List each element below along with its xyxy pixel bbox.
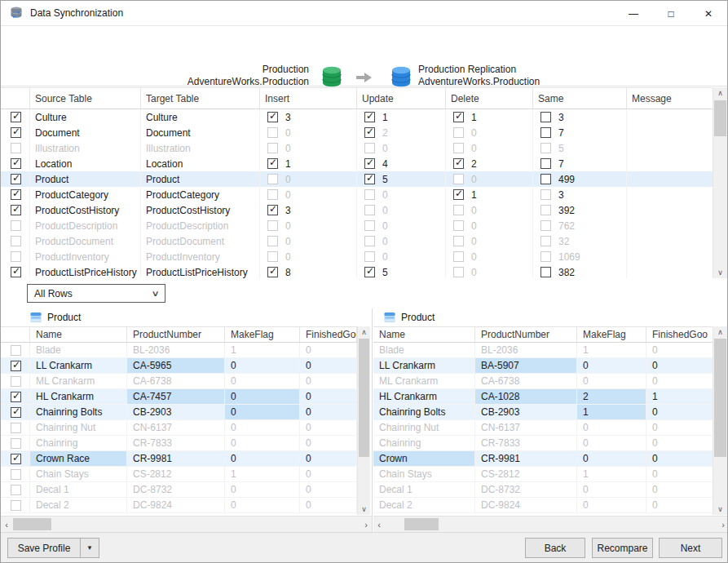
scroll-down-icon[interactable]: ∨ xyxy=(713,503,727,515)
target-record-row[interactable]: BladeBL-203610 xyxy=(373,343,714,358)
recompare-button[interactable]: Recompare xyxy=(592,538,653,558)
sync-table-row[interactable]: ProductCategoryProductCategory0013 xyxy=(1,187,714,202)
update-checkbox[interactable] xyxy=(364,158,375,169)
update-checkbox[interactable] xyxy=(364,127,375,138)
source-record-row[interactable]: Decal 1DC-873200 xyxy=(1,482,357,498)
source-record-row[interactable]: Decal 2DC-982400 xyxy=(1,498,357,513)
sync-table-row[interactable]: DocumentDocument0207 xyxy=(1,125,714,140)
save-profile-button[interactable]: Save Profile ▼ xyxy=(7,538,99,558)
target-records-horizontal-scrollbar[interactable]: ‹ › xyxy=(373,516,728,532)
insert-checkbox[interactable] xyxy=(267,267,278,277)
source-table-cell: Culture xyxy=(30,109,141,125)
target-record-row[interactable]: HL CrankarmCA-102821 xyxy=(373,389,714,405)
update-checkbox[interactable] xyxy=(364,112,375,122)
target-record-row[interactable]: ML CrankarmCA-673800 xyxy=(373,374,714,389)
sync-table-row[interactable]: ProductListPriceHistoryProductListPriceH… xyxy=(1,264,714,278)
source-records-vertical-scrollbar[interactable]: ∧ ∨ xyxy=(357,326,370,515)
target-record-row[interactable]: Chainring BoltsCB-290310 xyxy=(373,405,714,420)
scroll-right-icon[interactable]: › xyxy=(717,516,728,532)
scroll-up-icon[interactable]: ∧ xyxy=(358,326,370,338)
productnumber-cell: CA-6738 xyxy=(475,374,577,388)
back-button[interactable]: Back xyxy=(525,538,585,558)
row-checkbox[interactable] xyxy=(11,407,21,418)
source-record-row[interactable]: Chainring NutCN-613700 xyxy=(1,420,357,436)
sync-table-row[interactable]: ProductDescriptionProductDescription0007… xyxy=(1,218,714,233)
delete-checkbox[interactable] xyxy=(453,158,464,169)
row-checkbox[interactable] xyxy=(11,205,21,215)
update-checkbox[interactable] xyxy=(364,174,375,184)
scroll-down-icon[interactable]: ∨ xyxy=(713,267,727,278)
source-record-row[interactable]: HL CrankarmCA-745700 xyxy=(1,389,357,405)
source-record-row[interactable]: BladeBL-203610 xyxy=(1,343,357,358)
insert-checkbox[interactable] xyxy=(267,112,278,122)
target-record-row[interactable]: ChainringCR-783300 xyxy=(373,436,714,451)
row-checkbox[interactable] xyxy=(11,174,21,184)
scrollbar-thumb[interactable] xyxy=(359,339,369,457)
row-checkbox[interactable] xyxy=(11,189,21,200)
source-record-row[interactable]: ML CrankarmCA-673800 xyxy=(1,374,357,389)
target-records-vertical-scrollbar[interactable]: ∧ ∨ xyxy=(713,326,727,515)
scroll-left-icon[interactable]: ‹ xyxy=(373,516,385,532)
finishedgoo-cell: 0 xyxy=(300,389,357,404)
source-record-row[interactable]: Chainring BoltsCB-290300 xyxy=(1,405,357,420)
source-record-row[interactable]: LL CrankarmCA-596500 xyxy=(1,358,357,374)
scroll-right-icon[interactable]: › xyxy=(360,516,372,532)
delete-checkbox[interactable] xyxy=(453,112,464,122)
target-record-row[interactable]: Chain StaysCS-281210 xyxy=(373,467,714,482)
target-record-row[interactable]: LL CrankarmBA-590700 xyxy=(373,358,714,374)
insert-checkbox[interactable] xyxy=(267,158,278,169)
source-record-row[interactable]: ChainringCR-783300 xyxy=(1,436,357,451)
same-checkbox[interactable] xyxy=(540,267,551,277)
sync-table-row[interactable]: ProductDocumentProductDocument00032 xyxy=(1,233,714,249)
maximize-button[interactable]: □ xyxy=(652,1,690,26)
sync-table-row[interactable]: ProductProduct050499 xyxy=(1,171,714,187)
scroll-up-icon[interactable]: ∧ xyxy=(713,87,727,99)
row-checkbox[interactable] xyxy=(11,361,21,371)
source-records-horizontal-scrollbar[interactable]: ‹ › xyxy=(1,516,372,532)
finishedgoo-cell: 0 xyxy=(646,451,714,466)
scrollbar-thumb[interactable] xyxy=(13,518,51,530)
update-checkbox[interactable] xyxy=(364,267,375,277)
same-checkbox[interactable] xyxy=(540,112,551,122)
sync-table-row[interactable]: ProductInventoryProductInventory0001069 xyxy=(1,249,714,264)
sync-table-row[interactable]: LocationLocation1427 xyxy=(1,156,714,171)
row-checkbox[interactable] xyxy=(11,392,21,402)
scrollbar-thumb[interactable] xyxy=(714,100,726,136)
source-record-row[interactable]: Crown RaceCR-998100 xyxy=(1,451,357,467)
row-checkbox[interactable] xyxy=(11,267,21,277)
sync-table-row[interactable]: ProductCostHistoryProductCostHistory3003… xyxy=(1,202,714,218)
update-checkbox xyxy=(364,220,375,231)
row-checkbox[interactable] xyxy=(11,454,21,464)
row-select-cell xyxy=(1,420,30,435)
scrollbar-thumb[interactable] xyxy=(714,339,726,457)
same-checkbox[interactable] xyxy=(540,174,551,184)
productnumber-cell: CN-6137 xyxy=(475,420,577,435)
row-checkbox[interactable] xyxy=(11,112,21,122)
sync-table-row[interactable]: IllustrationIllustration0005 xyxy=(1,140,714,156)
makeflag-cell: 0 xyxy=(577,436,646,450)
target-record-row[interactable]: Decal 2DC-982400 xyxy=(373,498,714,513)
row-checkbox[interactable] xyxy=(11,158,21,169)
row-checkbox[interactable] xyxy=(11,127,21,138)
target-record-row[interactable]: Decal 1DC-873200 xyxy=(373,482,714,498)
sync-grid-vertical-scrollbar[interactable]: ∧ ∨ xyxy=(713,87,727,278)
same-checkbox[interactable] xyxy=(540,158,551,169)
insert-checkbox[interactable] xyxy=(267,205,278,215)
finishedgoo-cell: 0 xyxy=(300,467,357,481)
finishedgoo-cell: 0 xyxy=(300,374,357,388)
target-record-row[interactable]: Chainring NutCN-613700 xyxy=(373,420,714,436)
same-checkbox[interactable] xyxy=(540,127,551,138)
scroll-down-icon[interactable]: ∨ xyxy=(358,503,370,515)
close-button[interactable]: ✕ xyxy=(690,1,727,26)
rows-filter-dropdown[interactable]: All Rows ∨ xyxy=(27,284,165,303)
sync-table-row[interactable]: CultureCulture3113 xyxy=(1,109,714,125)
next-button[interactable]: Next xyxy=(659,538,722,558)
scroll-up-icon[interactable]: ∧ xyxy=(713,326,727,338)
delete-checkbox[interactable] xyxy=(453,189,464,200)
scrollbar-thumb[interactable] xyxy=(404,518,439,530)
source-record-row[interactable]: Chain StaysCS-281210 xyxy=(1,467,357,482)
save-profile-dropdown-arrow[interactable]: ▼ xyxy=(80,539,99,557)
minimize-button[interactable]: — xyxy=(615,1,652,26)
target-record-row[interactable]: CrownCR-998100 xyxy=(373,451,714,467)
scroll-left-icon[interactable]: ‹ xyxy=(1,516,12,532)
